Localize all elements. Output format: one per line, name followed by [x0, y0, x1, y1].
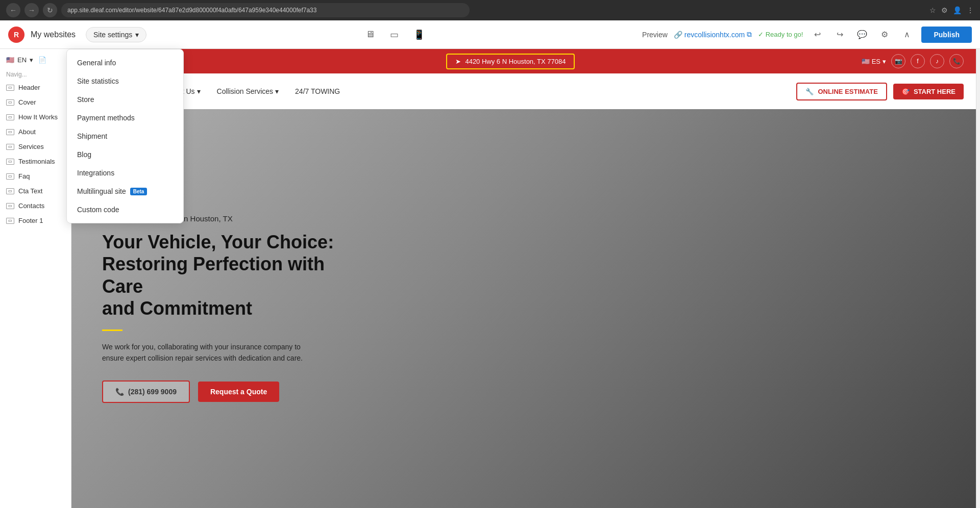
site-topbar: Phone: (281) 699 9009 ➤ 4420 Hwy 6 N Hou…	[71, 49, 976, 73]
dropdown-item-site-statistics[interactable]: Site statistics	[67, 72, 183, 90]
tablet-view-button[interactable]: ▭	[386, 27, 403, 43]
sidebar-item-cta-text[interactable]: ▭ Cta Text	[0, 184, 71, 198]
hero-description: We work for you, collaborating with your…	[102, 341, 347, 364]
collapse-button[interactable]: ∧	[899, 27, 915, 43]
dropdown-label: Payment methods	[77, 114, 135, 122]
nav-label: 24/7 TOWING	[295, 87, 340, 95]
flag-icon: 🇺🇸	[6, 56, 14, 64]
my-websites-button[interactable]: My websites	[31, 30, 76, 39]
browser-url: app.site.dleaf.com/editor/website/647a87…	[67, 7, 316, 14]
dropdown-item-store[interactable]: Store	[67, 90, 183, 109]
settings-sliders-button[interactable]: ⚙	[876, 27, 893, 43]
chevron-down-icon: ▾	[197, 87, 201, 95]
dropdown-label: Blog	[77, 150, 91, 159]
page-icon: ▭	[6, 144, 14, 150]
browser-account-icon[interactable]: 👤	[953, 6, 962, 14]
sidebar-item-how-it-works[interactable]: ▭ How It Works	[0, 110, 71, 124]
site-link[interactable]: 🔗 revcollisionhtx.com ⧉	[674, 30, 752, 39]
sidebar-item-about[interactable]: ▭ About	[0, 124, 71, 139]
language-toggle[interactable]: 🇺🇸 ES ▾	[862, 58, 886, 65]
preview-button[interactable]: Preview	[642, 31, 668, 39]
browser-extension-icon[interactable]: ⚙	[941, 6, 948, 14]
page-icon: ▭	[6, 203, 14, 209]
hero-divider	[102, 329, 122, 331]
site-settings-label: Site settings	[93, 31, 132, 39]
nav-section-label: Navig...	[0, 69, 71, 80]
dropdown-item-blog[interactable]: Blog	[67, 145, 183, 164]
page-icon: ▭	[6, 173, 14, 180]
sidebar-item-faq[interactable]: ▭ Faq	[0, 169, 71, 184]
sidebar-page-label: Faq	[18, 172, 30, 180]
editor-topbar: R My websites Site settings ▾ 🖥 ▭ 📱 Prev…	[0, 20, 980, 49]
dropdown-label: Multilingual site	[77, 187, 126, 195]
start-here-button[interactable]: 🎯 START HERE	[893, 84, 964, 99]
editor-logo: R	[8, 27, 24, 43]
page-icon: ▭	[6, 85, 14, 91]
dropdown-item-general-info[interactable]: General info	[67, 54, 183, 72]
mobile-view-button[interactable]: 📱	[411, 27, 427, 43]
publish-button[interactable]: Publish	[921, 27, 972, 43]
browser-refresh-button[interactable]: ↻	[43, 3, 57, 17]
sidebar-item-services[interactable]: ▭ Services	[0, 139, 71, 154]
site-navigation: REV COLLISION About Us ▾ Collision Servi…	[71, 73, 976, 109]
language-selector[interactable]: 🇺🇸 EN ▾ 📄	[0, 53, 71, 67]
target-icon: 🎯	[901, 88, 910, 95]
hero-quote-button[interactable]: Request a Quote	[198, 382, 279, 402]
site-settings-button[interactable]: Site settings ▾	[86, 27, 146, 42]
browser-star-icon[interactable]: ☆	[929, 6, 936, 14]
chevron-down-icon: ▾	[30, 56, 33, 64]
sidebar-page-label: Cover	[18, 98, 36, 106]
redo-button[interactable]: ↪	[831, 27, 848, 43]
phone-number: (281) 699 9009	[128, 388, 177, 396]
dropdown-label: Site statistics	[77, 77, 119, 85]
editor-right-controls: Preview 🔗 revcollisionhtx.com ⧉ ✓ Ready …	[642, 27, 972, 43]
nav-towing[interactable]: 24/7 TOWING	[295, 87, 340, 95]
facebook-icon[interactable]: f	[911, 54, 925, 68]
dropdown-item-shipment[interactable]: Shipment	[67, 127, 183, 145]
sidebar-page-label: How It Works	[18, 113, 58, 121]
address-text: 4420 Hwy 6 N Houston, TX 77084	[465, 58, 566, 65]
site-lang-social: 🇺🇸 ES ▾ 📷 f ♪ 📞	[862, 54, 964, 68]
browser-back-button[interactable]: ←	[6, 3, 20, 17]
browser-forward-button[interactable]: →	[24, 3, 39, 17]
browser-menu-icon[interactable]: ⋮	[967, 6, 974, 14]
dropdown-item-custom-code[interactable]: Custom code	[67, 200, 183, 219]
sidebar-item-header[interactable]: ▭ Header	[0, 80, 71, 95]
site-hero: Expert Collision Repair in Houston, TX Y…	[71, 109, 976, 508]
page-icon: ▭	[6, 159, 14, 165]
page-icon: ▭	[6, 114, 14, 120]
sidebar-page-label: Cta Text	[18, 187, 42, 195]
chevron-down-icon: ▾	[135, 31, 139, 39]
dropdown-label: Shipment	[77, 132, 107, 140]
location-icon: ➤	[455, 58, 461, 65]
browser-address-bar[interactable]: app.site.dleaf.com/editor/website/647a87…	[61, 3, 470, 17]
sidebar-item-footer-1[interactable]: ▭ Footer 1	[0, 213, 71, 228]
doc-icon[interactable]: 📄	[38, 56, 46, 64]
nav-label: Collision Services	[217, 87, 273, 95]
sidebar-item-testimonials[interactable]: ▭ Testimonials	[0, 154, 71, 169]
left-sidebar: 🇺🇸 EN ▾ 📄 Navig... ▭ Header ▭ Cover ▭ Ho…	[0, 49, 71, 508]
instagram-icon[interactable]: 📷	[891, 54, 905, 68]
nav-collision-services[interactable]: Collision Services ▾	[217, 87, 279, 95]
hero-content: Expert Collision Repair in Houston, TX Y…	[71, 194, 378, 423]
dropdown-item-payment-methods[interactable]: Payment methods	[67, 109, 183, 127]
sidebar-item-cover[interactable]: ▭ Cover	[0, 95, 71, 110]
dropdown-item-multilingual-site[interactable]: Multilingual site Beta	[67, 182, 183, 200]
phone-icon: 📞	[115, 388, 124, 396]
comments-button[interactable]: 💬	[854, 27, 870, 43]
dropdown-item-integrations[interactable]: Integrations	[67, 164, 183, 182]
undo-button[interactable]: ↩	[809, 27, 825, 43]
tiktok-icon[interactable]: ♪	[930, 54, 944, 68]
online-estimate-button[interactable]: 🔧 ONLINE ESTIMATE	[796, 83, 887, 100]
browser-chrome: ← → ↻ app.site.dleaf.com/editor/website/…	[0, 0, 980, 20]
chevron-down-icon: ▾	[275, 87, 279, 95]
sidebar-item-contacts[interactable]: ▭ Contacts	[0, 198, 71, 213]
flag-icon: 🇺🇸	[862, 58, 870, 65]
device-controls: 🖥 ▭ 📱	[362, 27, 427, 43]
right-scrollbar[interactable]	[976, 49, 980, 508]
phone-icon[interactable]: 📞	[949, 54, 964, 68]
page-icon: ▭	[6, 188, 14, 194]
site-address-button[interactable]: ➤ 4420 Hwy 6 N Houston, TX 77084	[446, 54, 575, 69]
hero-phone-button[interactable]: 📞 (281) 699 9009	[102, 380, 190, 403]
desktop-view-button[interactable]: 🖥	[362, 27, 378, 43]
